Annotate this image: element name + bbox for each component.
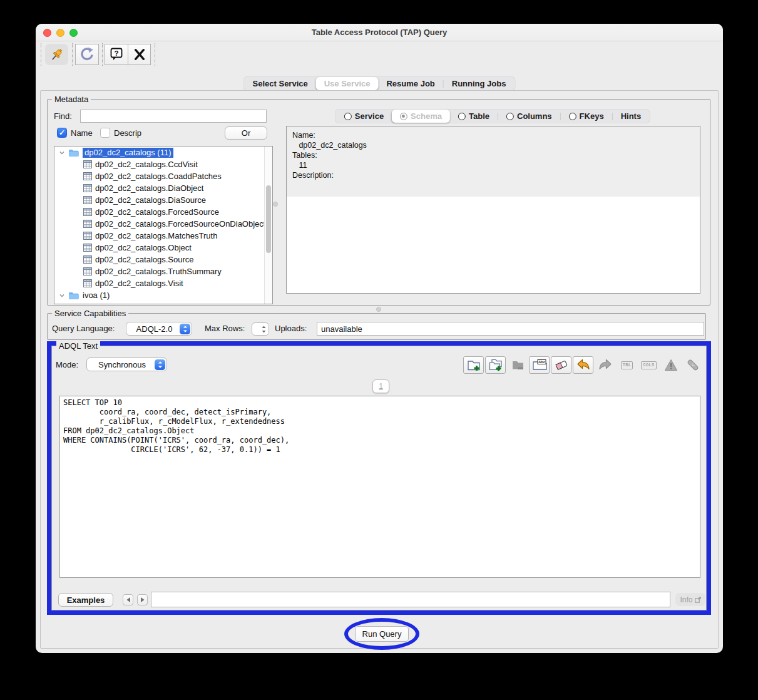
zoom-window-button[interactable] xyxy=(69,29,78,37)
folder-icon xyxy=(68,291,79,300)
descrip-checkbox[interactable] xyxy=(100,128,110,138)
tap-query-window: Table Access Protocol (TAP) Query xyxy=(36,24,723,653)
window-title: Table Access Protocol (TAP) Query xyxy=(312,28,447,37)
mode-dropdown[interactable]: Synchronous xyxy=(86,358,167,371)
tree-item-label: dp02_dc2_catalogs.CoaddPatches xyxy=(95,172,222,181)
traffic-lights xyxy=(43,29,78,37)
metadata-group: Metadata Find: ✓ Name Descrip Or dp xyxy=(47,99,710,306)
left-arrow-icon xyxy=(126,597,131,603)
table-icon xyxy=(83,232,92,240)
toolbar-separator xyxy=(155,43,155,66)
view-table[interactable]: Table xyxy=(450,110,498,123)
radio-icon xyxy=(506,113,514,120)
query-language-label: Query Language: xyxy=(52,324,115,333)
uploads-label: Uploads: xyxy=(275,324,307,333)
copy-tab-button[interactable] xyxy=(485,356,506,374)
undo-button[interactable] xyxy=(573,356,593,374)
minimize-window-button[interactable] xyxy=(56,29,64,37)
info-button: Info xyxy=(675,593,705,606)
pin-window-button[interactable] xyxy=(45,44,68,65)
tree-row[interactable]: dp02_dc2_catalogs.Source xyxy=(54,254,272,265)
name-checkbox-label: Name xyxy=(71,128,93,138)
run-query-button[interactable]: Run Query xyxy=(355,626,409,642)
tab-select-service[interactable]: Select Service xyxy=(245,77,316,90)
add-tab-button[interactable] xyxy=(463,356,484,374)
radio-icon xyxy=(344,113,352,120)
tree-row[interactable]: dp02_dc2_catalogs.CcdVisit xyxy=(54,158,272,170)
redo-button xyxy=(595,356,615,374)
horizontal-splitter-handle[interactable] xyxy=(376,307,381,312)
adql-text-group-label: ADQL Text xyxy=(56,341,100,351)
metadata-group-label: Metadata xyxy=(52,95,91,104)
tree-item-label: dp02_dc2_catalogs.DiaObject xyxy=(95,183,203,193)
close-window-button[interactable] xyxy=(43,29,51,37)
table-icon xyxy=(83,196,92,204)
reload-button[interactable] xyxy=(75,44,99,65)
tree-row[interactable]: dp02_dc2_catalogs.TruthSummary xyxy=(54,265,272,277)
max-rows-label: Max Rows: xyxy=(205,324,245,333)
view-label: Schema xyxy=(411,111,442,121)
tree-scrollbar-thumb[interactable] xyxy=(266,185,271,253)
tree-row[interactable]: dp02_dc2_catalogs.CoaddPatches xyxy=(54,170,272,182)
example-description-field[interactable] xyxy=(151,592,670,607)
find-label: Find: xyxy=(54,111,72,121)
view-hints[interactable]: Hints xyxy=(613,110,650,123)
tree-row[interactable]: dp02_dc2_catalogs.Visit xyxy=(54,277,272,289)
view-service[interactable]: Service xyxy=(336,110,392,123)
right-arrow-icon xyxy=(140,597,145,603)
main-tab-bar: Select Service Use Service Resume Job Ru… xyxy=(243,76,516,91)
adql-toolbar: Abc xyxy=(463,356,703,374)
tab-running-jobs[interactable]: Running Jobs xyxy=(444,77,515,90)
view-fkeys[interactable]: FKeys xyxy=(561,110,612,123)
tree-row[interactable]: dp02_dc2_catalogs.MatchesTruth xyxy=(54,230,272,242)
radio-icon xyxy=(400,113,407,120)
tree-item-label: dp02_dc2_catalogs.MatchesTruth xyxy=(95,231,217,240)
tree-row[interactable]: dp02_dc2_catalogs.ForcedSourceOnDiaObjec… xyxy=(54,218,272,230)
folder-icon xyxy=(68,148,79,157)
max-rows-dropdown[interactable] xyxy=(252,322,269,336)
chevron-down-icon xyxy=(59,150,65,156)
tree-item-label: dp02_dc2_catalogs.Object xyxy=(95,243,192,252)
close-dialog-button[interactable] xyxy=(128,44,150,64)
view-columns[interactable]: Columns xyxy=(498,110,560,123)
tab-use-service[interactable]: Use Service xyxy=(316,77,379,90)
view-schema[interactable]: Schema xyxy=(392,110,450,123)
service-capabilities-label: Service Capabilities xyxy=(52,309,128,318)
vertical-splitter-handle[interactable] xyxy=(273,202,278,207)
tree-item-label: dp02_dc2_catalogs.TruthSummary xyxy=(95,267,222,276)
tree-row[interactable]: dp02_dc2_catalogs.Object xyxy=(54,242,272,254)
tree-item-label: dp02_dc2_catalogs.ForcedSource xyxy=(95,207,219,217)
tree-row-root[interactable]: dp02_dc2_catalogs (11) xyxy=(54,147,272,158)
adql-tab-1[interactable]: 1 xyxy=(372,379,389,393)
insert-table-button: TBL xyxy=(617,356,637,374)
bandaid-icon xyxy=(685,358,700,373)
tree-row[interactable]: dp02_dc2_catalogs.DiaObject xyxy=(54,182,272,194)
table-icon xyxy=(83,172,92,180)
previous-example-button[interactable] xyxy=(123,594,133,605)
or-button-label: Or xyxy=(242,128,250,138)
or-button[interactable]: Or xyxy=(225,126,267,140)
tree-row[interactable]: dp02_dc2_catalogs.DiaSource xyxy=(54,194,272,206)
tree-row[interactable]: dp02_dc2_catalogs.ForcedSource xyxy=(54,206,272,218)
adql-editor[interactable]: SELECT TOP 10 coord_ra, coord_dec, detec… xyxy=(59,396,700,578)
table-icon xyxy=(83,244,92,252)
examples-button[interactable]: Examples xyxy=(58,593,113,607)
svg-text:Abc: Abc xyxy=(538,360,545,364)
toolbar-separator xyxy=(41,43,41,66)
name-checkbox[interactable]: ✓ xyxy=(57,128,67,138)
clear-text-button[interactable] xyxy=(551,356,571,374)
tab-resume-job[interactable]: Resume Job xyxy=(378,77,443,90)
rename-tab-button[interactable]: Abc xyxy=(529,356,550,374)
query-language-dropdown[interactable]: ADQL-2.0 xyxy=(126,322,192,336)
redo-icon xyxy=(598,358,613,373)
info-button-label: Info xyxy=(680,595,692,604)
tree-scrollbar[interactable] xyxy=(264,147,272,304)
next-example-button[interactable] xyxy=(137,594,148,605)
tree-item-label: dp02_dc2_catalogs.DiaSource xyxy=(95,195,206,205)
tree-row-ivoa[interactable]: ivoa (1) xyxy=(54,289,272,301)
help-button[interactable]: ? xyxy=(105,44,128,64)
tree-item-label: dp02_dc2_catalogs.Visit xyxy=(95,279,183,288)
find-input[interactable] xyxy=(80,110,267,123)
metadata-view-bar: Service Schema Table Columns FKeys xyxy=(335,109,650,123)
refresh-icon xyxy=(79,46,95,63)
